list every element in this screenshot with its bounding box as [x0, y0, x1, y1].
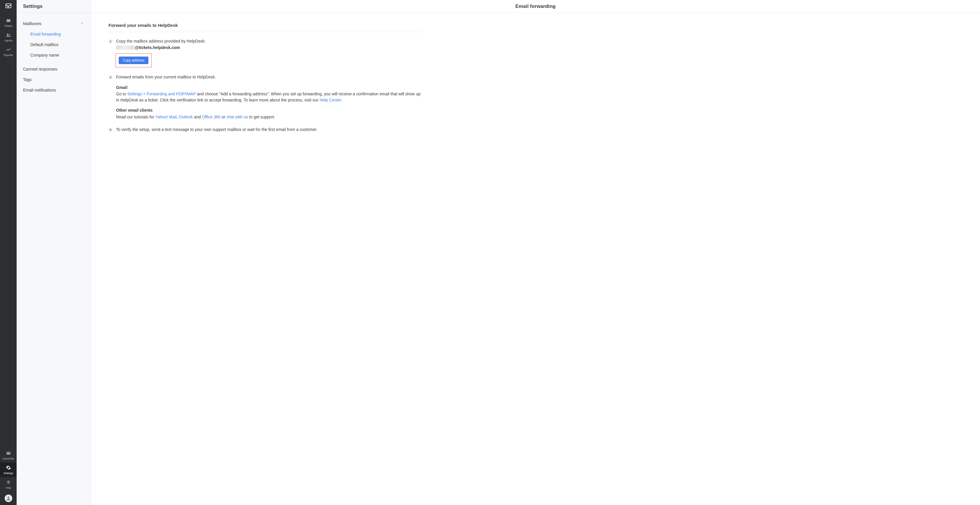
rail-label: Help — [6, 486, 11, 489]
rail-item-agents[interactable]: Agents — [0, 30, 17, 44]
user-avatar[interactable] — [5, 494, 12, 502]
sidebar-subitem-email-forwarding[interactable]: Email forwarding — [17, 29, 91, 40]
outlook-link[interactable]: Outlook — [179, 114, 193, 119]
sidebar-item-tags[interactable]: Tags — [17, 75, 91, 85]
rail-label: Subscribe — [2, 457, 14, 460]
agents-icon — [6, 32, 11, 38]
ticket-icon — [6, 17, 11, 23]
rail-label: Settings — [3, 472, 13, 475]
step-3: 3 To verify the setup, send a test messa… — [108, 127, 423, 133]
section-title: Forward your emails to HelpDesk — [108, 23, 423, 32]
svg-rect-0 — [6, 4, 11, 8]
step-badge: 3 — [108, 128, 113, 132]
text-fragment: . — [341, 98, 342, 102]
step-badge: 2 — [108, 75, 113, 79]
rail-item-help[interactable]: ? Help — [0, 477, 17, 492]
step-2-text: Forward emails from your current mailbox… — [116, 75, 423, 80]
sidebar-group-mailboxes[interactable]: Mailboxes — [17, 18, 91, 29]
svg-point-1 — [7, 33, 8, 35]
gmail-heading: Gmail — [116, 85, 423, 91]
other-clients-instructions: Read our tutorials for Yahoo! Mail, Outl… — [116, 114, 423, 120]
help-center-link[interactable]: Help Center — [320, 98, 341, 102]
svg-point-7 — [8, 497, 10, 498]
svg-rect-4 — [6, 453, 11, 453]
page-title: Email forwarding — [91, 0, 980, 13]
help-icon: ? — [6, 480, 11, 485]
gear-icon — [6, 465, 11, 471]
sidebar-item-email-notifications[interactable]: Email notifications — [17, 85, 91, 95]
text-fragment: or — [221, 114, 226, 119]
chat-with-us-link[interactable]: chat with us — [226, 114, 248, 119]
rail-item-settings[interactable]: Settings — [0, 462, 17, 477]
gmail-settings-link[interactable]: Settings > Forwarding and POP/IMAP — [127, 92, 196, 96]
rail-label: Tickets — [4, 24, 12, 27]
main-panel: Email forwarding Forward your emails to … — [91, 0, 980, 505]
text-fragment: , — [177, 114, 179, 119]
card-icon — [6, 450, 11, 456]
sidebar-subitem-company-name[interactable]: Company name — [17, 50, 91, 60]
text-fragment: Go to — [116, 92, 127, 96]
step-badge: 1 — [108, 40, 113, 43]
copy-address-button[interactable]: Copy address — [119, 57, 148, 64]
mailbox-domain: @tickets.helpdesk.com — [135, 45, 180, 51]
sidebar-title: Settings — [17, 0, 91, 13]
sidebar-group-label: Mailboxes — [23, 21, 41, 26]
copy-address-highlight: Copy address — [116, 53, 152, 67]
step-3-text: To verify the setup, send a test message… — [116, 127, 423, 133]
settings-sidebar: Settings Mailboxes Email forwarding Defa… — [17, 0, 91, 505]
chevron-down-icon — [80, 21, 84, 26]
rail-label: Agents — [4, 39, 12, 42]
svg-text:?: ? — [8, 481, 9, 484]
sidebar-subitem-default-mailbox[interactable]: Default mailbox — [17, 40, 91, 50]
step-1: 1 Copy the mailbox address provided by H… — [108, 38, 423, 67]
office365-link[interactable]: Office 365 — [202, 114, 221, 119]
mailbox-local-part-redacted — [116, 46, 134, 49]
app-logo-icon[interactable] — [5, 2, 13, 10]
other-clients-heading: Other email clients — [116, 108, 423, 113]
rail-item-tickets[interactable]: Tickets — [0, 15, 17, 30]
text-fragment: Read our tutorials for — [116, 114, 155, 119]
rail-label: Reports — [4, 54, 13, 57]
rail-item-reports[interactable]: Reports — [0, 44, 17, 59]
gmail-instructions: Go to Settings > Forwarding and POP/IMAP… — [116, 91, 423, 103]
step-2: 2 Forward emails from your current mailb… — [108, 75, 423, 120]
sidebar-item-canned-responses[interactable]: Canned responses — [17, 64, 91, 75]
step-1-text: Copy the mailbox address provided by Hel… — [116, 38, 423, 44]
text-fragment: and — [193, 114, 202, 119]
svg-point-2 — [9, 34, 10, 35]
rail-item-subscribe[interactable]: Subscribe — [0, 448, 17, 462]
nav-rail: Tickets Agents Reports Subscribe Sett — [0, 0, 17, 505]
reports-icon — [6, 47, 11, 52]
yahoo-mail-link[interactable]: Yahoo! Mail — [155, 114, 177, 119]
text-fragment: to get support. — [248, 114, 275, 119]
